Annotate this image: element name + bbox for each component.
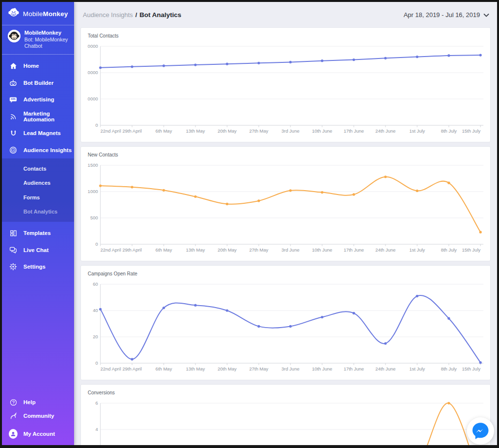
svg-text:20th May: 20th May [217, 128, 236, 134]
submenu-item-bot-analytics[interactable]: Bot Analytics [2, 205, 74, 219]
main-nav: Home Bot Builder [2, 55, 74, 158]
svg-text:24th June: 24th June [375, 247, 396, 253]
svg-text:20000: 20000 [88, 96, 98, 101]
svg-text:6th May: 6th May [155, 128, 172, 134]
bot-profile[interactable]: MobileMonkey Bot: MobileMonkey Chatbot [2, 25, 74, 54]
card-total-contacts: Total Contacts 020000400006000022nd Apri… [80, 27, 491, 142]
chat-bubbles-icon [9, 246, 18, 254]
chart-title: Campaigns Open Rate [88, 271, 483, 276]
sidebar-item-advertising[interactable]: ADS Advertising [2, 91, 74, 108]
conversions-chart[interactable]: 024622nd April29th April6th May13th May2… [88, 396, 486, 445]
sidebar-item-label: Home [23, 63, 39, 69]
breadcrumb-current: Bot Analytics [139, 11, 181, 19]
chart-cards: Total Contacts 020000400006000022nd Apri… [74, 27, 497, 445]
svg-text:27th May: 27th May [249, 247, 268, 253]
svg-text:3rd June: 3rd June [282, 366, 300, 371]
svg-text:3rd June: 3rd June [282, 128, 300, 134]
date-range-picker[interactable]: Apr 18, 2019 - Jul 16, 2019 [403, 11, 489, 19]
svg-text:24th June: 24th June [375, 366, 396, 371]
svg-text:0: 0 [96, 122, 98, 128]
sidebar-item-community[interactable]: Community [2, 409, 74, 423]
sidebar-item-label: Marketing Automation [23, 111, 74, 122]
monkey-logo-icon [8, 7, 19, 20]
sidebar-item-label: Help [23, 399, 36, 405]
bot-profile-name: MobileMonkey [24, 30, 68, 37]
svg-text:20th May: 20th May [217, 366, 236, 371]
topbar: Audience Insights / Bot Analytics Apr 18… [74, 2, 497, 27]
broadcast-icon [9, 112, 18, 121]
svg-text:10th June: 10th June [312, 247, 332, 253]
card-conversions: Conversions 024622nd April29th April6th … [80, 384, 491, 445]
svg-text:22nd April: 22nd April [100, 247, 121, 253]
svg-text:0: 0 [96, 241, 98, 247]
sidebar-item-live-chat[interactable]: Live Chat [2, 242, 74, 259]
person-circle-icon [9, 429, 18, 438]
svg-text:1st July: 1st July [409, 247, 425, 253]
svg-text:17th June: 17th June [344, 366, 364, 371]
svg-text:60: 60 [93, 281, 98, 287]
svg-text:22nd April: 22nd April [100, 128, 121, 134]
messenger-chat-button[interactable] [467, 417, 494, 445]
svg-text:15th July: 15th July [462, 366, 480, 371]
svg-text:10th June: 10th June [312, 128, 332, 134]
sidebar-item-label: Community [23, 413, 54, 419]
svg-text:24th June: 24th June [375, 128, 396, 134]
campaigns-open-rate-chart[interactable]: 020406022nd April29th April6th May13th M… [88, 277, 486, 375]
submenu-item-contacts[interactable]: Contacts [2, 161, 74, 176]
sidebar-item-lead-magnets[interactable]: Lead Magnets [2, 125, 74, 142]
sidebar-item-label: Settings [23, 264, 45, 270]
ads-bubble-icon: ADS [9, 95, 18, 104]
svg-text:0: 0 [96, 360, 98, 366]
svg-text:22nd April: 22nd April [100, 366, 121, 371]
secondary-nav: Templates Live Chat [2, 222, 74, 275]
svg-text:13th May: 13th May [186, 247, 205, 253]
sidebar-item-bot-builder[interactable]: Bot Builder [2, 75, 74, 92]
robot-icon [9, 78, 18, 87]
sidebar-item-label: My Account [23, 431, 55, 437]
svg-text:27th May: 27th May [249, 366, 268, 371]
breadcrumb-parent[interactable]: Audience Insights [83, 11, 133, 19]
svg-text:8th July: 8th July [441, 128, 457, 134]
sidebar-item-templates[interactable]: Templates [2, 225, 74, 242]
submenu-item-forms[interactable]: Forms [2, 190, 74, 205]
sidebar-item-my-account[interactable]: My Account [2, 426, 74, 442]
gear-icon [9, 262, 18, 271]
total-contacts-chart[interactable]: 020000400006000022nd April29th April6th … [88, 39, 486, 137]
sidebar-item-help[interactable]: Help [2, 395, 74, 409]
svg-text:6th May: 6th May [155, 247, 172, 253]
sidebar-item-home[interactable]: Home [2, 58, 74, 75]
svg-text:6th May: 6th May [155, 366, 172, 371]
layout-icon [9, 229, 18, 237]
sidebar-item-marketing-automation[interactable]: Marketing Automation [2, 108, 74, 125]
svg-text:29th April: 29th April [122, 366, 142, 371]
bot-avatar [8, 30, 20, 42]
target-icon [9, 146, 18, 155]
breadcrumb-separator: / [135, 11, 137, 19]
new-contacts-chart[interactable]: 05001000150022nd April29th April6th May1… [88, 158, 486, 256]
svg-text:13th May: 13th May [186, 366, 205, 371]
app-window: MobileMonkey MobileMonkey Bot: MobileMon… [0, 0, 499, 448]
sidebar-item-audience-insights[interactable]: Audience Insights [2, 142, 74, 159]
svg-text:1500: 1500 [88, 162, 98, 168]
svg-text:17th June: 17th June [344, 128, 364, 134]
svg-text:500: 500 [90, 215, 98, 220]
svg-text:8th July: 8th July [441, 247, 457, 253]
svg-text:15th July: 15th July [462, 128, 480, 134]
bot-profile-line1: Bot: MobileMonkey [24, 37, 68, 43]
svg-text:40: 40 [93, 308, 98, 313]
svg-text:ADS: ADS [11, 98, 16, 101]
sidebar-item-label: Advertising [23, 97, 54, 102]
svg-text:8th July: 8th July [441, 366, 457, 371]
chevron-down-icon [483, 11, 489, 19]
sidebar-item-label: Live Chat [23, 247, 49, 253]
home-icon [9, 61, 18, 70]
bot-profile-line2: Chatbot [24, 43, 68, 49]
card-campaigns-open-rate: Campaigns Open Rate 020406022nd April29t… [80, 265, 491, 380]
svg-text:13th May: 13th May [186, 128, 205, 134]
brand-logo[interactable]: MobileMonkey [2, 2, 74, 25]
svg-text:29th April: 29th April [122, 247, 142, 253]
submenu-item-audiences[interactable]: Audiences [2, 176, 74, 191]
sidebar-item-settings[interactable]: Settings [2, 258, 74, 275]
sidebar-item-label: Bot Builder [23, 80, 54, 86]
sidebar-bottom: Help Community [2, 395, 74, 445]
